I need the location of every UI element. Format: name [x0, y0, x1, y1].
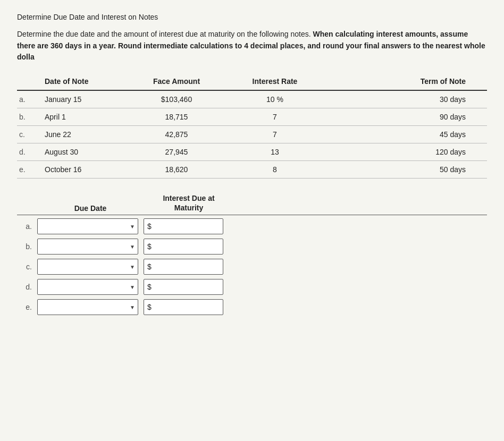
col-interest-line1: Interest Due at [149, 193, 229, 203]
answer-row: e. January 14January 15February 14April … [17, 299, 487, 315]
interest-input-wrapper: $ [144, 239, 223, 255]
row-date: October 16 [38, 161, 123, 179]
description-normal: Determine the due date and the amount of… [17, 30, 311, 38]
answer-rows: a. January 14January 15February 14April … [17, 218, 487, 315]
interest-input[interactable] [154, 259, 223, 274]
row-term: 50 days [320, 161, 487, 179]
row-amount: 18,620 [123, 161, 230, 179]
table-row: c. June 22 42,875 7 45 days [17, 126, 487, 143]
row-date: January 15 [38, 90, 123, 108]
due-date-select-wrapper: January 14January 15February 14April 1Ma… [37, 279, 138, 295]
page-title: Determine Due Date and Interest on Notes [17, 13, 487, 21]
row-rate: 10 % [230, 90, 320, 108]
col-header-amount: Face Amount [123, 74, 230, 90]
row-date: August 30 [38, 143, 123, 161]
row-label: c. [17, 126, 38, 143]
divider [17, 215, 487, 215]
row-amount: $103,460 [123, 90, 230, 108]
table-header-row: Date of Note Face Amount Interest Rate T… [17, 74, 487, 90]
due-date-select-wrapper: January 14January 15February 14April 1Ma… [37, 299, 138, 315]
dollar-sign: $ [144, 303, 154, 311]
row-label: a. [17, 90, 38, 108]
col-interest-header: Interest Due at Maturity [149, 193, 229, 213]
dollar-sign: $ [144, 242, 154, 251]
interest-input-wrapper: $ [144, 218, 223, 234]
answer-col-headers: Due Date Interest Due at Maturity [17, 193, 487, 213]
col-header-date: Date of Note [38, 74, 123, 90]
col-header-term: Term of Note [320, 74, 487, 90]
table-row: d. August 30 27,945 13 120 days [17, 143, 487, 161]
interest-input-wrapper: $ [144, 299, 223, 315]
row-amount: 18,715 [123, 108, 230, 126]
row-term: 45 days [320, 126, 487, 143]
dollar-sign: $ [144, 222, 154, 231]
page-container: Determine Due Date and Interest on Notes… [0, 0, 504, 441]
answer-row-label: c. [17, 262, 37, 271]
row-rate: 7 [230, 126, 320, 143]
row-rate: 8 [230, 161, 320, 179]
due-date-select-wrapper: January 14January 15February 14April 1Ma… [37, 239, 138, 255]
dollar-sign: $ [144, 283, 154, 291]
row-date: April 1 [38, 108, 123, 126]
table-row: a. January 15 $103,460 10 % 30 days [17, 90, 487, 108]
row-amount: 42,875 [123, 126, 230, 143]
row-amount: 27,945 [123, 143, 230, 161]
due-date-select-wrapper: January 14January 15February 14April 1Ma… [37, 259, 138, 275]
interest-input[interactable] [154, 279, 223, 294]
col-due-date-header: Due Date [37, 204, 144, 213]
row-term: 120 days [320, 143, 487, 161]
answer-row: d. January 14January 15February 14April … [17, 279, 487, 295]
row-rate: 13 [230, 143, 320, 161]
table-row: b. April 1 18,715 7 90 days [17, 108, 487, 126]
due-date-select[interactable]: January 14January 15February 14April 1Ma… [37, 259, 138, 275]
col-header-rate: Interest Rate [230, 74, 320, 90]
row-label: d. [17, 143, 38, 161]
due-date-select-wrapper: January 14January 15February 14April 1Ma… [37, 218, 138, 234]
interest-input[interactable] [154, 300, 223, 315]
answer-row: b. January 14January 15February 14April … [17, 239, 487, 255]
interest-input[interactable] [154, 239, 223, 254]
due-date-select[interactable]: January 14January 15February 14April 1Ma… [37, 279, 138, 295]
answer-row: c. January 14January 15February 14April … [17, 259, 487, 275]
table-row: e. October 16 18,620 8 50 days [17, 161, 487, 179]
answer-row-label: a. [17, 222, 37, 231]
row-label: e. [17, 161, 38, 179]
row-rate: 7 [230, 108, 320, 126]
answer-row-label: b. [17, 242, 37, 251]
row-date: June 22 [38, 126, 123, 143]
col-interest-line2: Maturity [149, 203, 229, 213]
answer-row-label: d. [17, 283, 37, 291]
row-term: 30 days [320, 90, 487, 108]
due-date-select[interactable]: January 14January 15February 14April 1Ma… [37, 218, 138, 234]
answer-row-label: e. [17, 303, 37, 311]
interest-input-wrapper: $ [144, 259, 223, 275]
interest-input-wrapper: $ [144, 279, 223, 295]
answer-row: a. January 14January 15February 14April … [17, 218, 487, 234]
notes-table: Date of Note Face Amount Interest Rate T… [17, 74, 487, 179]
description: Determine the due date and the amount of… [17, 29, 487, 63]
col-header-label [17, 74, 38, 90]
due-date-select[interactable]: January 14January 15February 14April 1Ma… [37, 239, 138, 255]
interest-input[interactable] [154, 219, 223, 234]
row-label: b. [17, 108, 38, 126]
row-term: 90 days [320, 108, 487, 126]
due-date-select[interactable]: January 14January 15February 14April 1Ma… [37, 299, 138, 315]
dollar-sign: $ [144, 262, 154, 271]
